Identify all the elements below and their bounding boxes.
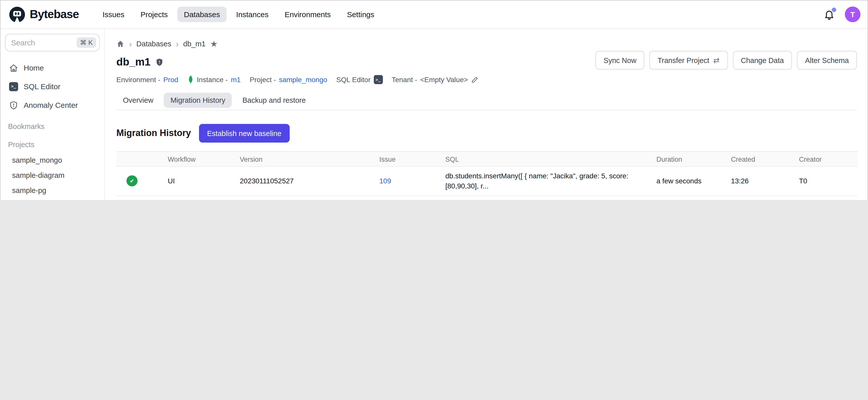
sidebar-list-item[interactable]: Bookmarks (0, 118, 104, 134)
sync-now-button[interactable]: Sync Now (595, 51, 645, 69)
col-workflow: Workflow (168, 152, 240, 167)
sql-cell: db.students.insertMany([ { name: "Jacika… (445, 167, 656, 195)
col-creator: Creator (799, 152, 858, 167)
tab[interactable]: Overview (116, 93, 160, 108)
created-cell: 13:26 (731, 173, 799, 189)
tab[interactable]: Migration History (164, 93, 232, 108)
topbar: Bytebase Issues Projects Databases Insta… (0, 0, 868, 29)
nav-item[interactable]: Settings (340, 6, 381, 22)
change-data-button[interactable]: Change Data (733, 51, 792, 69)
duration-cell: a few seconds (656, 173, 731, 189)
shield-icon (155, 58, 163, 66)
sql-editor-label: SQL Editor (336, 75, 371, 84)
page-actions: Sync Now Transfer Project ⇄ Change Data … (595, 51, 857, 69)
creator-cell: T0 (799, 173, 858, 189)
tab-divider (116, 110, 857, 110)
breadcrumb: › Databases › db_m1 ★ (116, 37, 857, 51)
transfer-project-button[interactable]: Transfer Project ⇄ (650, 51, 728, 69)
sidebar-item-label: Anomaly Center (24, 101, 78, 109)
establish-baseline-button[interactable]: Establish new baseline (199, 124, 289, 143)
col-duration: Duration (656, 152, 731, 167)
breadcrumb-current: db_m1 (183, 40, 206, 48)
tenant-value: <Empty Value> (420, 75, 468, 84)
chevron-right-icon: › (129, 39, 132, 48)
search-box[interactable]: ⌘ K (5, 34, 100, 51)
sidebar-item-home[interactable]: Home (0, 58, 104, 77)
home-icon (9, 63, 18, 72)
table-row[interactable]: UI 20230111050423 108 db.student.insertM… (116, 196, 858, 200)
topbar-right: T (824, 6, 861, 22)
sidebar-item-sql-editor[interactable]: >_ SQL Editor (0, 77, 104, 96)
environment-label: Environment - (116, 75, 160, 84)
brand-name: Bytebase (30, 7, 79, 21)
brand-logo[interactable]: Bytebase (8, 6, 79, 23)
sidebar-list-item[interactable]: Projects (0, 136, 104, 153)
workflow-cell: UI (168, 173, 240, 189)
version-cell: 20230111052527 (240, 173, 379, 189)
col-issue: Issue (379, 152, 445, 167)
top-navigation: Issues Projects Databases Instances Envi… (96, 6, 381, 22)
bookmark-star-icon[interactable]: ★ (210, 39, 218, 48)
col-version: Version (240, 152, 379, 167)
notification-dot (832, 7, 836, 12)
nav-item[interactable]: Databases (177, 6, 226, 22)
instance-label: Instance - (197, 75, 228, 84)
search-shortcut-badge: ⌘ K (76, 37, 96, 48)
terminal-icon[interactable]: >_ (374, 75, 383, 84)
issue-link[interactable]: 109 (379, 177, 391, 185)
database-tabs: Overview Migration History Backup and re… (116, 93, 857, 108)
table-header: Workflow Version Issue SQL Duration Crea… (116, 151, 858, 167)
sidebar-item-anomaly-center[interactable]: Anomaly Center (0, 96, 104, 114)
nav-item[interactable]: Projects (134, 6, 174, 22)
database-meta: Environment - Prod Instance - m1 Project… (116, 74, 857, 85)
instance-link[interactable]: m1 (231, 75, 241, 84)
sidebar-list-item[interactable]: sample_mongo (0, 153, 104, 168)
alter-schema-button[interactable]: Alter Schema (797, 51, 857, 69)
sidebar-list-item[interactable]: sample-pg (0, 183, 104, 198)
project-label: Project - (250, 75, 276, 84)
breadcrumb-databases[interactable]: Databases (136, 40, 171, 48)
environment-link[interactable]: Prod (163, 75, 178, 84)
tenant-label: Tenant - (392, 75, 417, 84)
migration-history-heading: Migration History (116, 128, 191, 139)
sidebar-sections: Bookmarks Projects sample_mongo sample-d… (0, 118, 104, 200)
notification-bell-icon[interactable] (824, 9, 835, 20)
edit-pencil-icon[interactable] (471, 76, 478, 83)
sidebar-item-label: SQL Editor (24, 82, 60, 91)
bytebase-logo-icon (8, 6, 26, 23)
tab[interactable]: Backup and restore (236, 93, 312, 108)
breadcrumb-home-icon[interactable] (116, 40, 124, 48)
migration-history-table: Workflow Version Issue SQL Duration Crea… (116, 151, 858, 200)
table-row[interactable]: UI 20230111052527 109 db.students.insert… (116, 167, 858, 196)
table-body: UI 20230111052527 109 db.students.insert… (116, 167, 858, 200)
sql-cell: db.student.insertMany([ { name: "Jacika"… (445, 196, 656, 200)
terminal-icon: >_ (9, 82, 18, 91)
main-content: › Databases › db_m1 ★ db_m1 Envi (105, 29, 868, 200)
transfer-arrows-icon: ⇄ (713, 56, 720, 65)
nav-item[interactable]: Instances (230, 6, 275, 22)
col-created: Created (731, 152, 799, 167)
search-input[interactable] (11, 38, 76, 47)
project-link[interactable]: sample_mongo (279, 75, 327, 84)
nav-item[interactable]: Environments (278, 6, 337, 22)
sidebar-item-label: Home (24, 63, 44, 72)
nav-item[interactable]: Issues (96, 6, 131, 22)
chevron-right-icon: › (176, 39, 179, 48)
page-title: db_m1 (116, 56, 150, 68)
sidebar-list-item[interactable]: sample-diagram (0, 168, 104, 183)
avatar[interactable]: T (845, 6, 861, 22)
status-icon (126, 176, 137, 187)
mongodb-leaf-icon (187, 74, 194, 85)
col-sql: SQL (445, 152, 656, 167)
shield-alert-icon (9, 100, 18, 110)
sidebar: ⌘ K Home >_ SQL Editor (0, 29, 105, 200)
bytebase-app: Bytebase Issues Projects Databases Insta… (0, 0, 868, 200)
